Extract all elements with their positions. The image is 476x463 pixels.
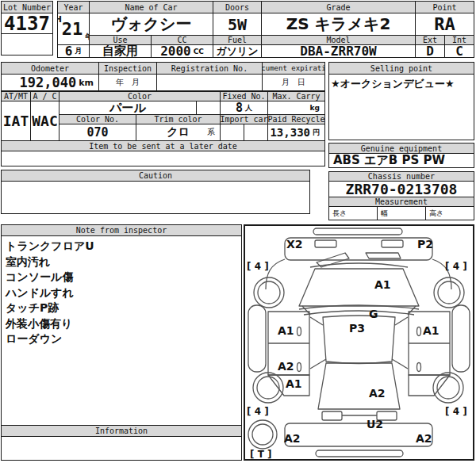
color-value: パール	[59, 101, 197, 115]
hood-shape	[285, 238, 432, 260]
year-value: H21年	[57, 13, 90, 45]
damage-marker-hood-right: P2	[417, 239, 433, 250]
windshield-shape	[299, 269, 419, 306]
fixed-no-value: 8人	[220, 101, 268, 115]
use-value: 自家用	[89, 44, 152, 58]
damage-marker-quarter-left: A1	[286, 378, 302, 389]
genuine-equipment-value: ABS エアB PS PW	[328, 153, 474, 168]
door-handle-fl	[298, 327, 301, 336]
doc-expiration-value: 月 日	[262, 74, 325, 91]
measurement-length: 長さ	[328, 206, 378, 220]
damage-marker-hood-left: X2	[286, 239, 303, 250]
pillar-line-rl	[310, 359, 326, 369]
odometer-header: Odometer	[1, 62, 99, 75]
measurement-height: 高さ	[425, 206, 474, 220]
lot-number-value: 4137	[1, 13, 53, 34]
lot-number-empty-cell	[1, 33, 53, 55]
point-value: RA	[415, 13, 474, 36]
rocker-right-shape	[452, 305, 470, 372]
chassis-number-value: ZRR70-0213708	[328, 181, 474, 197]
ext-value: D	[415, 44, 445, 58]
selling-point-header: Selling point	[328, 62, 474, 75]
rocker-left-shape	[248, 305, 266, 372]
inspector-note-body: トランクフロアU 室内汚れ コンソール傷 ハンドルすれ タッチP跡 外装小傷有り…	[1, 235, 242, 426]
later-item-header: Item to be sent at a later date	[1, 140, 325, 151]
trim-color-suffix: 系	[207, 127, 215, 138]
door-handle-rl	[298, 363, 301, 372]
inspector-note-line: トランクフロアU	[6, 239, 237, 254]
damage-marker-rear-bumper-right: A2	[416, 433, 432, 444]
door-handle-fr	[417, 327, 421, 336]
wiper-right-shape	[366, 253, 401, 258]
paid-recycle-value: 13,330円	[267, 124, 325, 141]
wheel-front-left	[254, 277, 284, 308]
damage-marker-tailgate: U2	[367, 419, 383, 430]
spare-tire-marker: [ T ]	[250, 449, 272, 460]
wheel-rear-left	[253, 373, 283, 403]
lot-number-header: Lot Number	[1, 1, 53, 13]
damage-marker-rear-bumper-left: A2	[284, 433, 301, 444]
wheel-front-left-inner	[258, 281, 280, 304]
trim-color-value: クロ 系	[136, 124, 221, 141]
later-item-value	[1, 151, 325, 166]
damage-marker-front-door-left: A1	[278, 325, 294, 336]
month-value: 6月	[57, 44, 90, 58]
tire-depth-rear-right: [ 4 ]	[445, 406, 467, 417]
max-carry-value: kg	[267, 101, 325, 115]
damage-marker-roof: P3	[349, 323, 365, 334]
caution-header: Caution	[1, 170, 310, 182]
year-header: Year	[57, 1, 90, 13]
wheel-front-right	[434, 277, 464, 308]
caution-value	[1, 181, 310, 214]
genuine-equipment-header: Genuine equipment	[328, 143, 474, 154]
damage-diagram-panel: X2 P2 [ 4 ] [ 4 ] A1 G P3 A1 A1 A2 A1 A2…	[244, 224, 474, 461]
rear-bumper-shape	[316, 450, 403, 457]
inspection-value: 年 月	[98, 74, 157, 91]
doors-header: Doors	[213, 1, 262, 13]
ac-value: WAC	[30, 101, 60, 141]
color-empty-cell	[196, 101, 221, 115]
selling-point-value: ★オークションデビュー★	[328, 74, 474, 140]
measurement-width: 幅	[377, 206, 426, 220]
door-handle-rr	[417, 363, 421, 372]
damage-marker-rear-window: A2	[369, 388, 386, 399]
name-of-car-header: Name of Car	[89, 1, 213, 13]
import-car-cell-2	[244, 124, 268, 141]
damage-marker-windshield: A1	[374, 279, 391, 290]
grade-header: Grade	[261, 1, 416, 13]
rear-window-shape	[318, 363, 400, 409]
tire-depth-front-right: [ 4 ]	[445, 261, 467, 272]
tire-depth-rear-left: [ 4 ]	[247, 406, 269, 417]
wheel-front-right-inner	[438, 281, 460, 304]
pillar-line-rr	[392, 359, 408, 369]
at-mt-value: IAT	[1, 101, 31, 141]
cowl-band-line-2	[304, 311, 414, 315]
import-car-cell-1	[220, 124, 244, 141]
registration-value	[156, 74, 263, 91]
inspector-note-line: タッチP跡	[6, 300, 237, 316]
cc-value: 2000CC	[151, 44, 213, 58]
headlight-left-shape	[315, 240, 336, 247]
doors-value: 5W	[213, 13, 262, 36]
int-value: C	[444, 44, 474, 58]
damage-marker-front-door-right: A1	[423, 325, 440, 336]
doc-expiration-header: Document expiration	[262, 62, 325, 75]
inspector-note-line: コンソール傷	[6, 270, 237, 285]
pillar-line-mr	[395, 317, 408, 325]
headlight-right-shape	[382, 240, 403, 247]
grade-value: ZS キラメキ2	[261, 13, 416, 36]
inspector-note-line: 外装小傷有り	[6, 316, 237, 332]
odometer-value: 192,040km	[1, 74, 99, 91]
inspector-note-header: Note from inspector	[1, 224, 242, 236]
auction-sheet: Lot Number 4137 Year Name of Car Doors G…	[0, 0, 476, 463]
damage-marker-cowl: G	[369, 308, 378, 320]
inspector-note-line: ローダウン	[6, 331, 237, 347]
tire-depth-front-left: [ 4 ]	[247, 261, 269, 272]
car-outline-diagram	[245, 226, 473, 459]
pillar-line-ml	[310, 317, 323, 325]
taillight-left-shape	[322, 411, 342, 420]
registration-header: Registration No.	[156, 62, 263, 75]
spare-tire-inner	[252, 424, 273, 445]
inspector-note-line: ハンドルすれ	[6, 285, 237, 301]
information-value	[1, 436, 242, 461]
